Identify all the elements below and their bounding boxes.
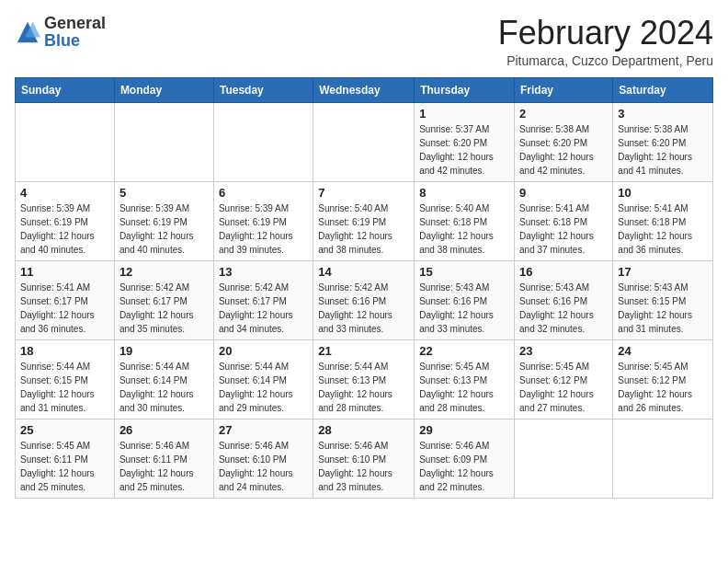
day-header-friday: Friday (515, 77, 613, 102)
day-number: 22 (419, 344, 509, 358)
day-number: 1 (419, 107, 509, 121)
day-number: 9 (519, 186, 608, 200)
day-info: Sunrise: 5:45 AM Sunset: 6:12 PM Dayligh… (519, 360, 608, 415)
day-info: Sunrise: 5:40 AM Sunset: 6:19 PM Dayligh… (318, 201, 409, 257)
calendar-cell: 15Sunrise: 5:43 AM Sunset: 6:16 PM Dayli… (415, 260, 515, 339)
day-number: 8 (419, 186, 509, 200)
day-info: Sunrise: 5:45 AM Sunset: 6:13 PM Dayligh… (419, 360, 509, 415)
day-header-sunday: Sunday (16, 77, 115, 102)
day-number: 6 (219, 186, 308, 200)
title-area: February 2024 Pitumarca, Cuzco Departmen… (498, 15, 713, 68)
day-info: Sunrise: 5:38 AM Sunset: 6:20 PM Dayligh… (618, 122, 708, 178)
day-info: Sunrise: 5:43 AM Sunset: 6:16 PM Dayligh… (419, 281, 509, 336)
calendar-cell: 4Sunrise: 5:39 AM Sunset: 6:19 PM Daylig… (16, 181, 115, 260)
day-number: 29 (419, 423, 509, 437)
day-info: Sunrise: 5:41 AM Sunset: 6:18 PM Dayligh… (618, 201, 708, 257)
day-info: Sunrise: 5:46 AM Sunset: 6:09 PM Dayligh… (419, 439, 509, 494)
day-header-wednesday: Wednesday (313, 77, 415, 102)
calendar-table: SundayMondayTuesdayWednesdayThursdayFrid… (15, 77, 713, 499)
day-info: Sunrise: 5:44 AM Sunset: 6:13 PM Dayligh… (318, 360, 409, 415)
day-info: Sunrise: 5:45 AM Sunset: 6:11 PM Dayligh… (20, 439, 109, 494)
day-number: 17 (618, 265, 708, 279)
day-number: 26 (119, 423, 209, 437)
calendar-cell: 28Sunrise: 5:46 AM Sunset: 6:10 PM Dayli… (313, 419, 415, 498)
calendar-cell (16, 102, 115, 181)
calendar-cell: 27Sunrise: 5:46 AM Sunset: 6:10 PM Dayli… (213, 419, 313, 498)
location-title: Pitumarca, Cuzco Department, Peru (498, 53, 713, 68)
calendar-cell: 11Sunrise: 5:41 AM Sunset: 6:17 PM Dayli… (16, 260, 115, 339)
day-number: 5 (119, 186, 209, 200)
day-info: Sunrise: 5:42 AM Sunset: 6:16 PM Dayligh… (318, 281, 409, 336)
day-info: Sunrise: 5:43 AM Sunset: 6:15 PM Dayligh… (618, 281, 708, 336)
month-title: February 2024 (498, 15, 713, 52)
calendar-week-4: 25Sunrise: 5:45 AM Sunset: 6:11 PM Dayli… (16, 419, 713, 498)
day-number: 24 (618, 344, 708, 358)
day-info: Sunrise: 5:42 AM Sunset: 6:17 PM Dayligh… (119, 281, 209, 336)
day-info: Sunrise: 5:46 AM Sunset: 6:10 PM Dayligh… (219, 439, 308, 494)
calendar-cell: 25Sunrise: 5:45 AM Sunset: 6:11 PM Dayli… (16, 419, 115, 498)
day-info: Sunrise: 5:39 AM Sunset: 6:19 PM Dayligh… (119, 201, 209, 257)
day-info: Sunrise: 5:43 AM Sunset: 6:16 PM Dayligh… (519, 281, 608, 336)
logo-general: General Blue (44, 15, 106, 50)
calendar-cell: 13Sunrise: 5:42 AM Sunset: 6:17 PM Dayli… (213, 260, 313, 339)
day-info: Sunrise: 5:39 AM Sunset: 6:19 PM Dayligh… (219, 201, 308, 257)
calendar-cell: 12Sunrise: 5:42 AM Sunset: 6:17 PM Dayli… (114, 260, 213, 339)
calendar-cell: 10Sunrise: 5:41 AM Sunset: 6:18 PM Dayli… (613, 181, 713, 260)
day-number: 14 (318, 265, 409, 279)
day-info: Sunrise: 5:39 AM Sunset: 6:19 PM Dayligh… (20, 201, 109, 257)
day-info: Sunrise: 5:41 AM Sunset: 6:17 PM Dayligh… (20, 281, 109, 336)
day-info: Sunrise: 5:37 AM Sunset: 6:20 PM Dayligh… (419, 122, 509, 178)
calendar-cell: 18Sunrise: 5:44 AM Sunset: 6:15 PM Dayli… (16, 339, 115, 419)
day-number: 20 (219, 344, 308, 358)
day-number: 15 (419, 265, 509, 279)
day-info: Sunrise: 5:41 AM Sunset: 6:18 PM Dayligh… (519, 201, 608, 257)
page-header: General Blue February 2024 Pitumarca, Cu… (15, 15, 713, 68)
day-info: Sunrise: 5:40 AM Sunset: 6:18 PM Dayligh… (419, 201, 509, 257)
calendar-header-row: SundayMondayTuesdayWednesdayThursdayFrid… (16, 77, 713, 102)
calendar-cell: 14Sunrise: 5:42 AM Sunset: 6:16 PM Dayli… (313, 260, 415, 339)
day-number: 16 (519, 265, 608, 279)
logo-icon (15, 19, 40, 45)
calendar-cell (613, 419, 713, 498)
day-number: 19 (119, 344, 209, 358)
day-number: 4 (20, 186, 109, 200)
calendar-cell: 26Sunrise: 5:46 AM Sunset: 6:11 PM Dayli… (114, 419, 213, 498)
calendar-week-1: 4Sunrise: 5:39 AM Sunset: 6:19 PM Daylig… (16, 181, 713, 260)
day-number: 2 (519, 107, 608, 121)
day-number: 21 (318, 344, 409, 358)
day-header-thursday: Thursday (415, 77, 515, 102)
day-number: 3 (618, 107, 708, 121)
calendar-cell: 17Sunrise: 5:43 AM Sunset: 6:15 PM Dayli… (613, 260, 713, 339)
calendar-cell: 23Sunrise: 5:45 AM Sunset: 6:12 PM Dayli… (515, 339, 613, 419)
calendar-week-3: 18Sunrise: 5:44 AM Sunset: 6:15 PM Dayli… (16, 339, 713, 419)
calendar-cell (114, 102, 213, 181)
day-header-saturday: Saturday (613, 77, 713, 102)
day-number: 23 (519, 344, 608, 358)
calendar-cell: 29Sunrise: 5:46 AM Sunset: 6:09 PM Dayli… (415, 419, 515, 498)
day-info: Sunrise: 5:44 AM Sunset: 6:14 PM Dayligh… (119, 360, 209, 415)
calendar-cell: 1Sunrise: 5:37 AM Sunset: 6:20 PM Daylig… (415, 102, 515, 181)
calendar-week-0: 1Sunrise: 5:37 AM Sunset: 6:20 PM Daylig… (16, 102, 713, 181)
day-number: 7 (318, 186, 409, 200)
calendar-cell: 5Sunrise: 5:39 AM Sunset: 6:19 PM Daylig… (114, 181, 213, 260)
day-header-monday: Monday (114, 77, 213, 102)
day-number: 11 (20, 265, 109, 279)
calendar-cell (213, 102, 313, 181)
day-number: 25 (20, 423, 109, 437)
calendar-cell: 16Sunrise: 5:43 AM Sunset: 6:16 PM Dayli… (515, 260, 613, 339)
calendar-cell (313, 102, 415, 181)
calendar-cell: 6Sunrise: 5:39 AM Sunset: 6:19 PM Daylig… (213, 181, 313, 260)
day-number: 27 (219, 423, 308, 437)
calendar-week-2: 11Sunrise: 5:41 AM Sunset: 6:17 PM Dayli… (16, 260, 713, 339)
calendar-cell: 3Sunrise: 5:38 AM Sunset: 6:20 PM Daylig… (613, 102, 713, 181)
day-number: 28 (318, 423, 409, 437)
calendar-cell: 22Sunrise: 5:45 AM Sunset: 6:13 PM Dayli… (415, 339, 515, 419)
day-info: Sunrise: 5:42 AM Sunset: 6:17 PM Dayligh… (219, 281, 308, 336)
calendar-cell: 2Sunrise: 5:38 AM Sunset: 6:20 PM Daylig… (515, 102, 613, 181)
calendar-cell: 24Sunrise: 5:45 AM Sunset: 6:12 PM Dayli… (613, 339, 713, 419)
calendar-cell: 8Sunrise: 5:40 AM Sunset: 6:18 PM Daylig… (415, 181, 515, 260)
day-number: 12 (119, 265, 209, 279)
calendar-cell: 19Sunrise: 5:44 AM Sunset: 6:14 PM Dayli… (114, 339, 213, 419)
day-number: 13 (219, 265, 308, 279)
day-number: 10 (618, 186, 708, 200)
